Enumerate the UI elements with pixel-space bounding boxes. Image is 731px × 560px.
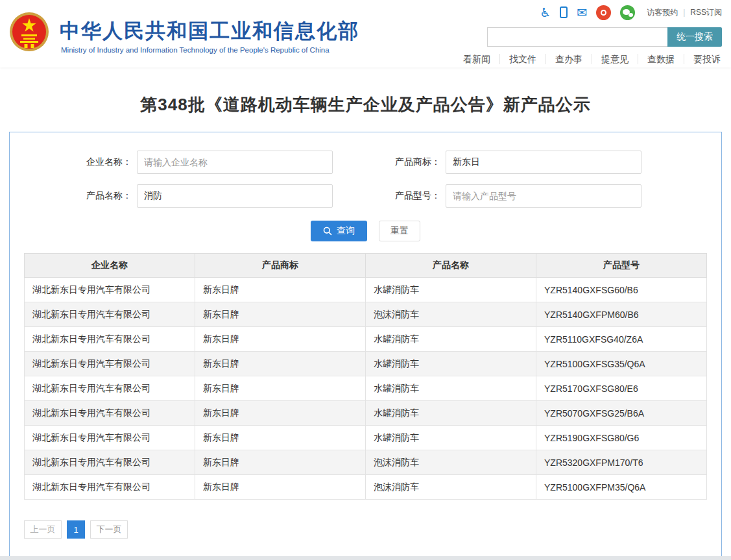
cell-company: 湖北新东日专用汽车有限公司 <box>25 278 195 302</box>
table-row: 湖北新东日专用汽车有限公司 新东日牌 水罐消防车 YZR5140GXFSG60/… <box>25 278 707 302</box>
cell-brand: 新东日牌 <box>195 278 366 302</box>
cell-company: 湖北新东日专用汽车有限公司 <box>25 376 195 401</box>
col-header-product: 产品名称 <box>366 254 536 278</box>
footer-strip <box>0 556 731 560</box>
query-button-label: 查询 <box>337 225 355 237</box>
cell-product: 泡沫消防车 <box>366 302 536 327</box>
cell-product: 水罐消防车 <box>366 376 536 401</box>
cell-company: 湖北新东日专用汽车有限公司 <box>25 352 195 376</box>
weibo-eye-glyph <box>601 10 606 16</box>
product-brand-input[interactable] <box>446 151 641 174</box>
cell-model: YZR5320GXFPM170/T6 <box>536 450 707 475</box>
product-model-group: 产品型号： <box>376 184 641 208</box>
cell-brand: 新东日牌 <box>195 327 366 352</box>
company-name-input[interactable] <box>137 151 333 174</box>
cell-model: YZR5110GXFSG40/Z6A <box>536 327 707 352</box>
product-model-input[interactable] <box>446 184 641 208</box>
col-header-model: 产品型号 <box>536 254 707 278</box>
accessibility-icon[interactable]: ♿ <box>540 6 551 19</box>
cell-product: 泡沫消防车 <box>366 475 536 500</box>
cell-brand: 新东日牌 <box>195 475 366 500</box>
cell-model: YZR5100GXFPM35/Q6A <box>536 475 707 500</box>
nav-item-services[interactable]: 查办事 <box>545 54 592 64</box>
nav-item-news[interactable]: 看新闻 <box>454 54 499 64</box>
header-nav: 看新闻 找文件 查办事 提意见 查数据 要投诉 <box>333 54 722 64</box>
cell-brand: 新东日牌 <box>195 352 366 376</box>
national-emblem-icon <box>9 11 49 53</box>
unified-search-button[interactable]: 统一搜索 <box>667 27 722 47</box>
col-header-brand: 产品商标 <box>195 254 366 278</box>
cell-product: 水罐消防车 <box>366 426 536 450</box>
table-row: 湖北新东日专用汽车有限公司 新东日牌 水罐消防车 YZR5110GXFSG40/… <box>25 327 707 352</box>
cell-model: YZR5140GXFSG60/B6 <box>536 278 707 302</box>
table-row: 湖北新东日专用汽车有限公司 新东日牌 泡沫消防车 YZR5100GXFPM35/… <box>25 475 707 500</box>
announcement-panel: 企业名称： 产品商标： 产品名称： 产品型号： 查询 重置 <box>9 132 722 557</box>
unified-search-input[interactable] <box>487 27 667 47</box>
cell-model: YZR5070GXFSG25/B6A <box>536 401 707 426</box>
product-name-group: 产品名称： <box>67 184 333 208</box>
table-row: 湖北新东日专用汽车有限公司 新东日牌 泡沫消防车 YZR5140GXFPM60/… <box>25 302 707 327</box>
mail-icon[interactable]: ✉ <box>577 6 587 19</box>
product-name-input[interactable] <box>137 184 333 208</box>
reset-button[interactable]: 重置 <box>379 221 420 241</box>
cell-model: YZR5140GXFPM60/B6 <box>536 302 707 327</box>
mobile-icon[interactable] <box>560 6 568 18</box>
table-header-row: 企业名称 产品商标 产品名称 产品型号 <box>25 254 707 278</box>
page-1-button[interactable]: 1 <box>67 520 85 539</box>
nav-item-feedback[interactable]: 提意见 <box>592 54 638 64</box>
header-right: ♿ ✉ 访客预约 | RSS订阅 统一搜索 看新闻 找文件 查办事 提意见 查数… <box>333 4 722 64</box>
cell-company: 湖北新东日专用汽车有限公司 <box>25 401 195 426</box>
table-row: 湖北新东日专用汽车有限公司 新东日牌 水罐消防车 YZR5190GXFSG80/… <box>25 426 707 450</box>
form-row-2: 产品名称： 产品型号： <box>10 184 721 208</box>
rss-subscribe-link[interactable]: RSS订阅 <box>690 7 722 18</box>
product-model-label: 产品型号： <box>376 190 440 202</box>
product-brand-label: 产品商标： <box>376 156 440 168</box>
cell-model: YZR5190GXFSG80/G6 <box>536 426 707 450</box>
nav-item-documents[interactable]: 找文件 <box>499 54 545 64</box>
site-subtitle: Ministry of Industry and Information Tec… <box>61 46 330 54</box>
next-page-button[interactable]: 下一页 <box>90 520 128 539</box>
nav-item-data[interactable]: 查数据 <box>638 54 684 64</box>
cell-product: 泡沫消防车 <box>366 450 536 475</box>
wechat-bubble-small-glyph <box>629 13 633 17</box>
cell-brand: 新东日牌 <box>195 426 366 450</box>
col-header-company: 企业名称 <box>25 254 195 278</box>
cell-company: 湖北新东日专用汽车有限公司 <box>25 426 195 450</box>
table-row: 湖北新东日专用汽车有限公司 新东日牌 水罐消防车 YZR5170GXFSG80/… <box>25 376 707 401</box>
site-header: 中华人民共和国工业和信息化部 Ministry of Industry and … <box>0 0 731 67</box>
home-logo-link[interactable] <box>9 11 49 53</box>
site-title: 中华人民共和国工业和信息化部 <box>60 18 359 45</box>
cell-company: 湖北新东日专用汽车有限公司 <box>25 327 195 352</box>
prev-page-button[interactable]: 上一页 <box>24 520 62 539</box>
nav-item-complaints[interactable]: 要投诉 <box>684 54 722 64</box>
visitor-booking-link[interactable]: 访客预约 <box>647 7 678 18</box>
table-row: 湖北新东日专用汽车有限公司 新东日牌 水罐消防车 YZR5070GXFSG25/… <box>25 401 707 426</box>
results-table: 企业名称 产品商标 产品名称 产品型号 湖北新东日专用汽车有限公司 新东日牌 水… <box>24 253 707 500</box>
table-row: 湖北新东日专用汽车有限公司 新东日牌 泡沫消防车 YZR5320GXFPM170… <box>25 450 707 475</box>
search-icon <box>323 226 332 236</box>
product-brand-group: 产品商标： <box>376 151 641 174</box>
cell-model: YZR5100GXFSG35/Q6A <box>536 352 707 376</box>
table-row: 湖北新东日专用汽车有限公司 新东日牌 水罐消防车 YZR5100GXFSG35/… <box>25 352 707 376</box>
weibo-icon[interactable] <box>596 5 611 20</box>
cell-model: YZR5170GXFSG80/E6 <box>536 376 707 401</box>
pagination: 上一页 1 下一页 <box>24 520 721 539</box>
cell-product: 水罐消防车 <box>366 278 536 302</box>
cell-brand: 新东日牌 <box>195 450 366 475</box>
form-buttons: 查询 重置 <box>10 221 721 241</box>
company-name-label: 企业名称： <box>67 156 132 168</box>
cell-product: 水罐消防车 <box>366 352 536 376</box>
cell-product: 水罐消防车 <box>366 327 536 352</box>
cell-company: 湖北新东日专用汽车有限公司 <box>25 302 195 327</box>
cell-company: 湖北新东日专用汽车有限公司 <box>25 450 195 475</box>
form-row-1: 企业名称： 产品商标： <box>10 151 721 174</box>
top-icons-row: ♿ ✉ 访客预约 | RSS订阅 <box>333 4 722 21</box>
page-title: 第348批《道路机动车辆生产企业及产品公告》新产品公示 <box>0 93 731 116</box>
cell-product: 水罐消防车 <box>366 401 536 426</box>
cell-brand: 新东日牌 <box>195 376 366 401</box>
quick-links: 访客预约 | RSS订阅 <box>647 7 722 18</box>
wechat-icon[interactable] <box>620 5 635 20</box>
cell-brand: 新东日牌 <box>195 302 366 327</box>
company-name-group: 企业名称： <box>67 151 333 174</box>
query-button[interactable]: 查询 <box>311 221 367 241</box>
